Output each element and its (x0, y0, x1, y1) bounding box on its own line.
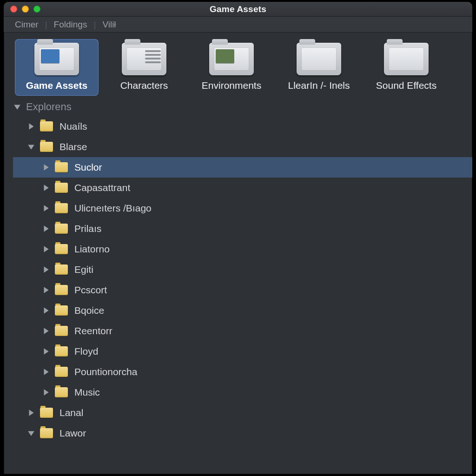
menu-item-foldings[interactable]: Foldings (49, 18, 92, 32)
folder-icon (40, 121, 53, 132)
tree-item[interactable]: Reentorr (13, 321, 472, 341)
tree-item[interactable]: Capasattrant (13, 178, 472, 198)
tree-item[interactable]: Bqoice (13, 300, 472, 321)
tree-item[interactable]: Nuaíls (13, 116, 472, 137)
tree-item-label: Liatorno (74, 244, 110, 255)
minimize-icon[interactable] (22, 6, 29, 13)
chevron-right-icon[interactable] (42, 388, 50, 397)
folder-icon (55, 264, 68, 275)
folder-icon (40, 428, 53, 438)
chevron-right-icon[interactable] (27, 409, 35, 417)
tree-item-label: Ulicneıters /Bıago (74, 203, 152, 214)
svg-marker-10 (44, 307, 49, 314)
tree-item[interactable]: Floyd (13, 341, 472, 362)
folder-icon (55, 224, 68, 234)
toolbar-item-sound-effects[interactable]: Sound Effects (364, 39, 448, 96)
toolbar-item-characters[interactable]: Characters (102, 39, 186, 96)
tree-item[interactable]: Pcscort (13, 280, 472, 300)
chevron-right-icon[interactable] (27, 122, 35, 131)
menu-item-cimer[interactable]: Cimer (10, 18, 43, 32)
titlebar[interactable]: Game Assets (4, 2, 472, 17)
tree-item[interactable]: Prilaıs (13, 218, 472, 239)
tree-item[interactable]: Lawor (13, 423, 472, 443)
tree-item-label: Egiti (74, 264, 93, 275)
folder-icon (122, 43, 166, 75)
tree-item[interactable]: Blarse (13, 137, 472, 157)
tree-item[interactable]: Ulicneıters /Bıago (13, 198, 472, 218)
svg-marker-8 (44, 266, 49, 273)
tree-item-label: Lawor (60, 428, 86, 439)
svg-marker-5 (44, 205, 49, 212)
svg-marker-16 (28, 431, 34, 436)
tree-item[interactable]: Music (13, 382, 472, 403)
folder-icon (55, 326, 68, 336)
toolbar-item-label: Environments (202, 80, 261, 91)
toolbar-item-environments[interactable]: Environments (190, 39, 273, 96)
svg-marker-2 (28, 145, 34, 150)
menubar: Cimer | Foldings | Vilił (4, 17, 472, 33)
folder-icon (40, 142, 53, 152)
menu-separator: | (43, 20, 49, 30)
chevron-right-icon[interactable] (42, 163, 50, 172)
chevron-right-icon[interactable] (42, 225, 50, 233)
folder-icon (55, 346, 68, 357)
folder-icon (55, 183, 68, 193)
svg-marker-15 (29, 410, 34, 416)
toolbar-item-game-assets[interactable]: Game Assets (15, 39, 99, 96)
tree-item-label: Capasattrant (74, 182, 130, 193)
toolbar-item-learn-inels[interactable]: LlearIn /- Inels (277, 39, 361, 96)
tree-item-label: Pcscort (74, 284, 107, 296)
svg-marker-14 (44, 389, 49, 396)
svg-marker-6 (44, 225, 49, 232)
menu-item-vilil[interactable]: Vilił (98, 18, 120, 32)
tree-item-label: Bqoice (74, 305, 104, 316)
toolbar-item-label: Sound Effects (376, 80, 436, 91)
tree-item[interactable]: Suclor (13, 157, 472, 178)
tree-item-label: Nuaíls (60, 121, 87, 132)
chevron-down-icon[interactable] (13, 103, 21, 111)
tree-item-label: Lanal (60, 407, 83, 418)
tree-item-label: Pountionorcha (74, 366, 137, 377)
tree-item[interactable]: Liatorno (13, 239, 472, 259)
folder-icon (55, 305, 68, 316)
chevron-right-icon[interactable] (42, 286, 50, 294)
tree-item[interactable]: Egiti (13, 259, 472, 280)
chevron-right-icon[interactable] (42, 184, 50, 192)
svg-marker-11 (44, 328, 49, 334)
chevron-down-icon[interactable] (27, 143, 35, 151)
folder-icon (55, 244, 68, 254)
chevron-right-icon[interactable] (42, 306, 50, 315)
chevron-right-icon[interactable] (42, 204, 50, 212)
zoom-icon[interactable] (33, 6, 40, 13)
svg-marker-3 (44, 164, 49, 171)
folder-icon (40, 408, 53, 418)
tree-item-label: Reentorr (74, 325, 112, 337)
chevron-right-icon[interactable] (42, 265, 50, 274)
tree-item-label: Music (74, 387, 100, 398)
tree-header-label: Explorens (26, 101, 72, 113)
folder-icon (297, 43, 341, 75)
folder-tree: ExplorensNuaílsBlarseSuclorCapasattrantU… (4, 96, 472, 443)
tree-item[interactable]: Pountionorcha (13, 362, 472, 382)
folder-icon (55, 367, 68, 377)
svg-marker-7 (44, 246, 49, 252)
folder-icon (55, 387, 68, 397)
tree-item-label: Prilaıs (74, 223, 101, 234)
chevron-right-icon[interactable] (42, 327, 50, 335)
chevron-right-icon[interactable] (42, 368, 50, 376)
app-window: Game Assets Cimer | Foldings | Vilił Gam… (4, 2, 472, 474)
close-icon[interactable] (10, 6, 17, 13)
chevron-right-icon[interactable] (42, 347, 50, 356)
tree-item[interactable]: Lanal (13, 403, 472, 423)
svg-marker-1 (29, 123, 34, 130)
menu-separator: | (92, 20, 98, 30)
chevron-down-icon[interactable] (27, 429, 35, 437)
folder-icon (384, 43, 429, 75)
svg-marker-12 (44, 348, 49, 355)
svg-marker-9 (44, 287, 49, 293)
toolbar-item-label: Game Assets (26, 80, 87, 91)
chevron-right-icon[interactable] (42, 245, 50, 253)
folder-icon (55, 162, 68, 172)
toolbar-item-label: LlearIn /- Inels (288, 80, 350, 91)
tree-header[interactable]: Explorens (13, 98, 472, 116)
